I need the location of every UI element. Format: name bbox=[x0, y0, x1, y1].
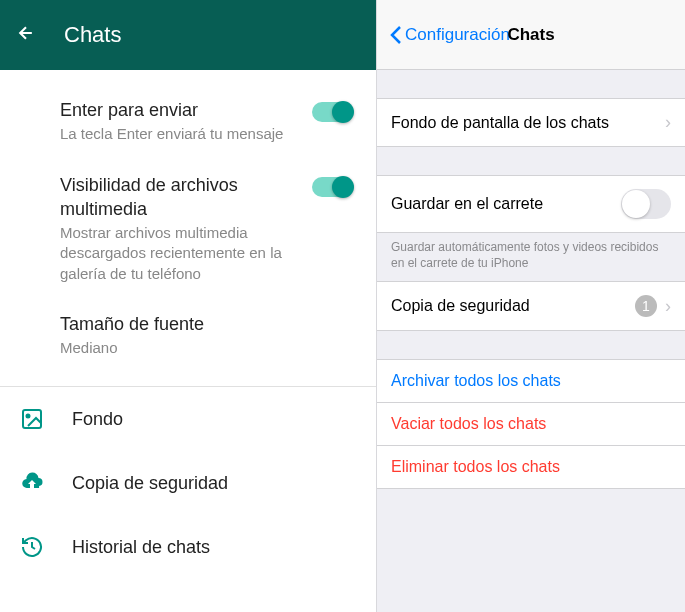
ios-back-label: Configuración bbox=[405, 25, 510, 45]
ios-backup-badge: 1 bbox=[635, 295, 657, 317]
setting-subtitle: Mediano bbox=[60, 338, 356, 358]
backup-row[interactable]: Copia de seguridad bbox=[0, 451, 376, 515]
backup-label: Copia de seguridad bbox=[72, 473, 228, 494]
setting-subtitle: La tecla Enter enviará tu mensaje bbox=[60, 124, 304, 144]
ios-delete-cell[interactable]: Eliminar todos los chats bbox=[377, 446, 685, 489]
setting-title: Visibilidad de archivos multimedia bbox=[60, 173, 304, 222]
font-size-row[interactable]: Tamaño de fuente Mediano bbox=[0, 304, 376, 379]
ios-save-label: Guardar en el carrete bbox=[391, 195, 621, 213]
chat-history-row[interactable]: Historial de chats bbox=[0, 515, 376, 579]
setting-subtitle: Mostrar archivos multimedia descargados … bbox=[60, 223, 304, 284]
enter-to-send-row[interactable]: Enter para enviar La tecla Enter enviará… bbox=[0, 90, 376, 165]
ios-archive-label: Archivar todos los chats bbox=[391, 372, 561, 389]
history-icon bbox=[20, 535, 44, 559]
chevron-right-icon: › bbox=[665, 112, 671, 133]
ios-save-cell[interactable]: Guardar en el carrete bbox=[377, 175, 685, 233]
ios-backup-cell[interactable]: Copia de seguridad 1 › bbox=[377, 281, 685, 331]
cloud-upload-icon bbox=[20, 471, 44, 495]
wallpaper-row[interactable]: Fondo bbox=[0, 387, 376, 451]
ios-backup-label: Copia de seguridad bbox=[391, 297, 635, 315]
android-title: Chats bbox=[64, 22, 121, 48]
setting-title: Tamaño de fuente bbox=[60, 312, 356, 336]
ios-archive-cell[interactable]: Archivar todos los chats bbox=[377, 359, 685, 403]
ios-save-toggle[interactable] bbox=[621, 189, 671, 219]
chevron-right-icon: › bbox=[665, 296, 671, 317]
ios-save-footer: Guardar automáticamente fotos y videos r… bbox=[377, 233, 685, 281]
enter-toggle[interactable] bbox=[312, 102, 352, 122]
setting-title: Enter para enviar bbox=[60, 98, 304, 122]
media-visibility-row[interactable]: Visibilidad de archivos multimedia Mostr… bbox=[0, 165, 376, 304]
android-header: Chats bbox=[0, 0, 376, 70]
android-panel: Chats Enter para enviar La tecla Enter e… bbox=[0, 0, 376, 612]
ios-wallpaper-cell[interactable]: Fondo de pantalla de los chats › bbox=[377, 98, 685, 147]
ios-clear-label: Vaciar todos los chats bbox=[391, 415, 546, 432]
ios-back-button[interactable]: Configuración bbox=[389, 25, 510, 45]
ios-title: Chats bbox=[507, 25, 554, 45]
ios-panel: Configuración Chats Fondo de pantalla de… bbox=[376, 0, 685, 612]
wallpaper-label: Fondo bbox=[72, 409, 123, 430]
media-toggle[interactable] bbox=[312, 177, 352, 197]
ios-delete-label: Eliminar todos los chats bbox=[391, 458, 560, 475]
history-label: Historial de chats bbox=[72, 537, 210, 558]
wallpaper-icon bbox=[20, 407, 44, 431]
svg-point-1 bbox=[27, 415, 30, 418]
back-arrow-icon[interactable] bbox=[16, 23, 36, 48]
android-settings-list: Enter para enviar La tecla Enter enviará… bbox=[0, 70, 376, 579]
ios-header: Configuración Chats bbox=[377, 0, 685, 70]
ios-wallpaper-label: Fondo de pantalla de los chats bbox=[391, 114, 665, 132]
ios-clear-cell[interactable]: Vaciar todos los chats bbox=[377, 403, 685, 446]
